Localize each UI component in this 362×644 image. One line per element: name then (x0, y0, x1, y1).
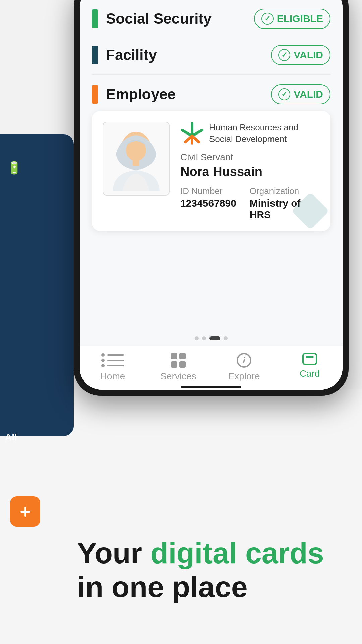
hrsd-text: Human Resources and Social Development (209, 122, 298, 145)
employee-check-icon: ✓ (278, 88, 290, 100)
home-icon-line3 (101, 364, 124, 367)
nav-explore-label: Explore (228, 371, 260, 382)
facility-check-icon: ✓ (278, 49, 290, 61)
svg-rect-12 (291, 192, 329, 230)
facility-badge-text: VALID (294, 49, 323, 61)
social-security-card-row[interactable]: Social Security ✓ ELIGIBLE (92, 0, 330, 36)
explore-info-icon: i (237, 353, 251, 368)
tagline-text: Your digital cards in one place (77, 536, 362, 604)
left-panel-inner (0, 134, 74, 154)
employee-photo (103, 122, 170, 196)
id-label: ID Number (180, 186, 236, 196)
svg-line-7 (182, 130, 192, 136)
svg-rect-5 (133, 160, 139, 166)
home-icon-line1 (101, 353, 124, 357)
facility-badge: ✓ VALID (271, 45, 330, 65)
scroll-dot-3-active (209, 336, 220, 340)
nav-item-cards[interactable]: Card (277, 353, 343, 382)
employee-card-content: Human Resources and Social Development C… (103, 122, 320, 220)
nav-home-label: Home (100, 371, 125, 382)
org-name-line2: Social Development (209, 133, 298, 145)
employee-expanded-card[interactable]: Human Resources and Social Development C… (92, 111, 330, 231)
social-security-badge-text: ELIGIBLE (277, 13, 323, 24)
employee-indicator (92, 85, 98, 104)
eligible-check-icon: ✓ (261, 13, 274, 25)
home-icon (101, 353, 124, 368)
tagline-highlight: digital cards (150, 536, 324, 570)
home-icon-line2 (101, 359, 124, 362)
add-button[interactable] (10, 496, 40, 527)
social-security-badge: ✓ ELIGIBLE (254, 9, 330, 29)
tagline-line2: in one place (77, 570, 248, 603)
nav-cards-label: Card (300, 368, 320, 379)
battery-icon: 🔋 (7, 161, 22, 175)
cards-nav-icon (302, 353, 317, 365)
employee-badge: ✓ VALID (271, 84, 330, 104)
employee-title: Employee (106, 86, 271, 103)
employee-section: Employee ✓ VALID (92, 75, 330, 231)
employee-name: Nora Hussain (180, 165, 320, 179)
scroll-dot-2 (202, 336, 206, 340)
phone-screen: Social Security ✓ ELIGIBLE Facility ✓ VA… (80, 0, 343, 390)
services-grid-icon (171, 353, 186, 368)
grid-cell-2 (179, 353, 186, 359)
phone-content: Social Security ✓ ELIGIBLE Facility ✓ VA… (80, 0, 343, 390)
card-decoration-icon (290, 191, 330, 231)
tagline-prefix: Your (77, 536, 150, 570)
employee-card-row[interactable]: Employee ✓ VALID (92, 75, 330, 104)
social-security-indicator (92, 9, 98, 28)
social-security-title: Social Security (106, 10, 254, 27)
facility-card-row[interactable]: Facility ✓ VALID (92, 36, 330, 75)
svg-rect-1 (20, 511, 30, 513)
grid-cell-3 (171, 361, 177, 368)
nav-item-home[interactable]: Home (80, 353, 145, 382)
hrsd-logo-area: Human Resources and Social Development (180, 122, 320, 145)
left-panel (0, 134, 74, 436)
view-all-label: All (5, 432, 17, 443)
scroll-dot-1 (195, 336, 199, 340)
scroll-dot-4 (224, 336, 228, 340)
grid-cell-1 (171, 353, 177, 359)
nav-item-explore[interactable]: i Explore (211, 353, 277, 382)
nav-bar: Home Services i Explore (80, 346, 343, 386)
nav-services-label: Services (160, 371, 196, 382)
nav-item-services[interactable]: Services (145, 353, 211, 382)
employee-badge-text: VALID (294, 89, 323, 100)
cards-scroll-area[interactable]: Social Security ✓ ELIGIBLE Facility ✓ VA… (80, 0, 343, 331)
home-indicator-bar (181, 386, 241, 388)
org-name-line1: Human Resources and (209, 122, 298, 133)
facility-indicator (92, 46, 98, 64)
facility-title: Facility (106, 47, 271, 63)
id-field: ID Number 1234567890 (180, 186, 236, 220)
grid-cell-4 (179, 361, 186, 368)
home-indicator (80, 386, 343, 390)
id-value: 1234567890 (180, 198, 236, 209)
phone-frame: Social Security ✓ ELIGIBLE Facility ✓ VA… (74, 0, 349, 396)
svg-line-8 (192, 130, 202, 136)
scroll-dots (80, 331, 343, 346)
hrsd-star-icon (180, 122, 204, 145)
civil-servant-label: Civil Servant (180, 152, 320, 163)
